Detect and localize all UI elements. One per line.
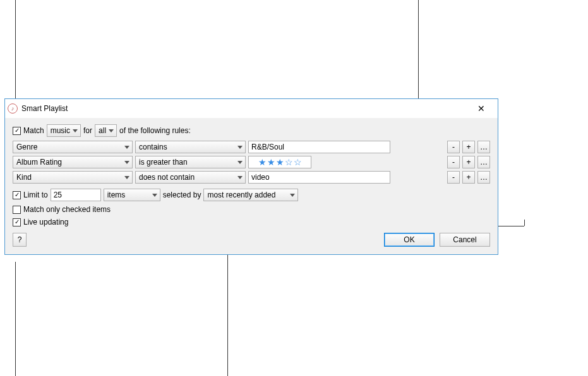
rule-options-button[interactable]: … [477,156,490,168]
close-button[interactable]: ✕ [469,100,494,117]
match-checkbox[interactable] [13,127,21,135]
callout-line [15,262,16,376]
remove-rule-button[interactable]: - [447,171,460,184]
rule-actions: - + … [447,141,490,153]
window-title: Smart Playlist [21,104,469,113]
rule-field-select[interactable]: Genre [13,141,133,153]
rule-field-value: Kind [16,173,32,182]
live-updating-checkbox[interactable] [13,218,21,226]
limit-value-input[interactable]: 25 [51,189,101,201]
rule-field-select[interactable]: Album Rating [13,156,133,168]
star-icon[interactable]: ☆ [294,158,302,167]
smart-playlist-dialog: Smart Playlist ✕ Match music for all of … [4,98,498,255]
for-label: for [83,126,92,135]
rule-field-value: Genre [16,143,37,151]
rule-operator-select[interactable]: does not contain [135,171,246,184]
callout-line [524,220,525,226]
only-checked-row: Match only checked items [13,205,490,214]
star-icon[interactable]: ★ [267,158,275,167]
limit-order-value: most recently added [207,191,275,199]
match-scope-value: all [99,126,106,135]
ok-button[interactable]: OK [384,233,435,247]
rule-value-input[interactable]: video [248,171,390,184]
rule-row: Album Rating is greater than ★ ★ ★ ☆ ☆ -… [13,156,490,168]
help-button[interactable]: ? [13,233,27,247]
add-rule-button[interactable]: + [462,141,475,153]
star-icon[interactable]: ☆ [285,158,293,167]
rule-options-button[interactable]: … [477,171,490,184]
app-icon [8,103,18,114]
live-updating-label: Live updating [23,218,68,226]
match-row: Match music for all of the following rul… [13,124,490,137]
cancel-button[interactable]: Cancel [440,233,490,247]
add-rule-button[interactable]: + [462,171,475,184]
rule-value-input[interactable]: R&B/Soul [248,141,390,153]
rule-operator-value: does not contain [139,173,195,182]
rule-operator-value: is greater than [139,158,188,167]
dialog-footer: ? OK Cancel [13,233,490,247]
star-icon[interactable]: ★ [258,158,267,167]
rule-field-select[interactable]: Kind [13,171,133,184]
match-label: Match [23,126,44,135]
match-media-select[interactable]: music [47,124,81,137]
match-suffix-label: of the following rules: [119,126,191,135]
limit-checkbox[interactable] [13,191,21,199]
rule-row: Kind does not contain video - + … [13,171,490,184]
star-icon[interactable]: ★ [276,158,284,167]
rules-list: Genre contains R&B/Soul - + … Album Rati… [13,141,490,184]
live-updating-row: Live updating [13,218,490,226]
rule-stars-input[interactable]: ★ ★ ★ ☆ ☆ [248,156,311,168]
rule-row: Genre contains R&B/Soul - + … [13,141,490,153]
limit-order-select[interactable]: most recently added [203,189,298,201]
only-checked-label: Match only checked items [23,205,111,214]
remove-rule-button[interactable]: - [447,156,460,168]
limit-unit-value: items [107,191,126,199]
dialog-content: Match music for all of the following rul… [5,118,498,254]
limit-label: Limit to [23,191,48,199]
limit-unit-select[interactable]: items [104,189,160,201]
remove-rule-button[interactable]: - [447,141,460,153]
rule-operator-select[interactable]: contains [135,141,246,153]
rule-value-text: video [251,173,270,182]
limit-value-text: 25 [54,191,62,199]
limit-row: Limit to 25 items selected by most recen… [13,189,490,201]
rule-operator-value: contains [139,143,167,151]
rule-operator-select[interactable]: is greater than [135,156,246,168]
selected-by-label: selected by [163,191,201,199]
match-scope-select[interactable]: all [95,124,117,137]
rule-value-text: R&B/Soul [251,143,284,151]
match-media-value: music [51,126,70,135]
only-checked-checkbox[interactable] [13,206,21,214]
titlebar: Smart Playlist ✕ [5,99,498,118]
rule-options-button[interactable]: … [477,141,490,153]
rule-actions: - + … [447,156,490,168]
callout-line [227,242,228,376]
rule-actions: - + … [447,171,490,184]
add-rule-button[interactable]: + [462,156,475,168]
rule-field-value: Album Rating [16,158,62,167]
